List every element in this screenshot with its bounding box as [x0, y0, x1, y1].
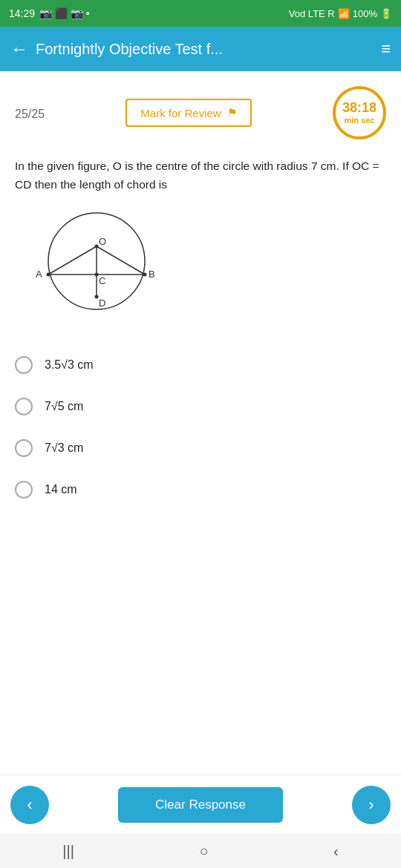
- option-a-text: 3.5√3 cm: [45, 358, 94, 372]
- svg-text:B: B: [149, 269, 155, 280]
- geometry-figure: O A B C D: [22, 208, 171, 326]
- clear-response-button[interactable]: Clear Response: [118, 787, 283, 823]
- status-time: 14:29: [9, 7, 35, 19]
- status-bar: 14:29 📷 ⬛ 📷 • Vod LTE R 📶 100% 🔋: [0, 0, 401, 27]
- option-d-text: 14 cm: [45, 483, 77, 496]
- android-menu-button[interactable]: |||: [62, 843, 74, 860]
- mark-for-review-button[interactable]: Mark for Review ⚑: [125, 99, 251, 127]
- question-header: 25/25 Mark for Review ⚑ 38:18 min sec: [15, 86, 386, 139]
- back-button[interactable]: ←: [10, 39, 28, 59]
- radio-b[interactable]: [15, 398, 33, 415]
- nav-title: Fortnightly Objective Test f...: [36, 41, 381, 58]
- svg-text:D: D: [99, 297, 105, 309]
- android-nav-bar: ||| ○ ‹: [0, 834, 401, 868]
- next-button[interactable]: ›: [352, 786, 391, 824]
- svg-text:A: A: [36, 269, 42, 280]
- options-list: 3.5√3 cm 7√5 cm 7√3 cm 14 cm: [15, 344, 386, 510]
- timer-time: 38:18: [342, 101, 376, 116]
- status-left: 14:29 📷 ⬛ 📷 •: [9, 7, 90, 19]
- status-battery: 100%: [353, 8, 377, 19]
- android-home-button[interactable]: ○: [199, 843, 208, 860]
- option-c-text: 7√3 cm: [45, 441, 83, 455]
- status-signal: 📶: [338, 8, 350, 19]
- option-b-text: 7√5 cm: [45, 400, 83, 413]
- prev-button[interactable]: ‹: [10, 786, 49, 824]
- prev-icon: ‹: [27, 795, 32, 815]
- nav-bar: ← Fortnightly Objective Test f... ≡: [0, 27, 401, 71]
- option-b[interactable]: 7√5 cm: [15, 386, 386, 427]
- svg-line-11: [48, 246, 97, 274]
- clear-response-label: Clear Response: [155, 798, 246, 812]
- menu-button[interactable]: ≡: [381, 39, 391, 59]
- flag-icon: ⚑: [227, 106, 237, 119]
- radio-a[interactable]: [15, 356, 33, 374]
- next-icon: ›: [368, 795, 374, 815]
- question-text: In the given figure, O is the centre of …: [15, 157, 386, 194]
- svg-text:C: C: [99, 275, 105, 286]
- status-icons: 📷 ⬛ 📷 •: [39, 7, 90, 19]
- status-right: Vod LTE R 📶 100% 🔋: [289, 8, 392, 19]
- battery-icon: 🔋: [380, 8, 392, 19]
- mark-review-label: Mark for Review: [140, 107, 221, 119]
- android-back-button[interactable]: ‹: [333, 843, 339, 860]
- option-d[interactable]: 14 cm: [15, 469, 386, 510]
- timer: 38:18 min sec: [333, 86, 386, 139]
- question-number: 25/25: [15, 103, 45, 122]
- timer-label: min sec: [345, 116, 375, 125]
- radio-d[interactable]: [15, 481, 33, 499]
- status-network: Vod LTE R: [289, 8, 335, 19]
- content-area: 25/25 Mark for Review ⚑ 38:18 min sec In…: [0, 71, 401, 510]
- figure-container: O A B C D: [15, 208, 386, 326]
- svg-line-12: [97, 246, 145, 274]
- bottom-bar: ‹ Clear Response ›: [0, 775, 401, 834]
- option-a[interactable]: 3.5√3 cm: [15, 344, 386, 386]
- svg-text:O: O: [99, 236, 106, 247]
- option-c[interactable]: 7√3 cm: [15, 427, 386, 469]
- radio-c[interactable]: [15, 439, 33, 457]
